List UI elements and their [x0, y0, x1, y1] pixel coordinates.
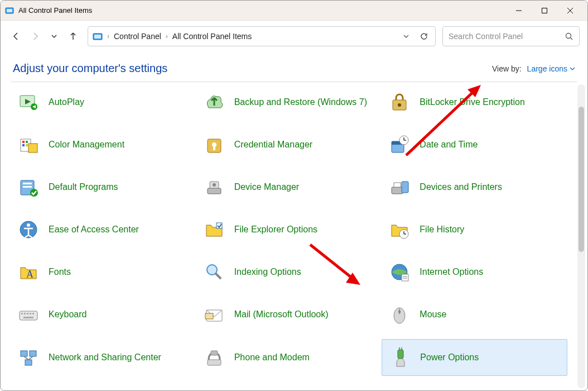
item-label: Ease of Access Center: [49, 225, 139, 235]
control-panel-item[interactable]: Color Management: [11, 127, 196, 163]
control-panel-item[interactable]: Power Options: [382, 339, 567, 376]
forward-button[interactable]: [27, 28, 43, 44]
control-panel-item[interactable]: File History: [382, 212, 567, 247]
control-panel-item[interactable]: Credential Manager: [196, 127, 382, 163]
svg-rect-64: [398, 310, 401, 313]
internet-icon: [387, 260, 412, 284]
item-label: Phone and Modem: [234, 352, 310, 363]
credential-icon: [202, 132, 226, 157]
svg-rect-24: [213, 146, 215, 150]
search-input[interactable]: [449, 32, 565, 41]
control-panel-item[interactable]: Devices and Printers: [382, 169, 567, 205]
address-bar[interactable]: › Control Panel › All Control Panel Item…: [88, 26, 436, 46]
svg-point-8: [566, 34, 571, 39]
control-panel-item[interactable]: Ease of Access Center: [11, 212, 196, 247]
svg-rect-67: [25, 360, 32, 365]
address-dropdown-button[interactable]: [399, 30, 413, 43]
control-panel-item[interactable]: Default Programs: [11, 169, 196, 205]
control-panel-item[interactable]: Programs and Features: [11, 383, 196, 390]
svg-rect-20: [26, 144, 28, 146]
svg-rect-57: [30, 313, 31, 314]
svg-rect-19: [22, 144, 25, 146]
control-panel-item[interactable]: Mail (Microsoft Outlook): [196, 297, 382, 332]
indexing-icon: [202, 260, 226, 284]
item-label: Fonts: [49, 267, 71, 277]
svg-rect-3: [542, 8, 547, 13]
svg-line-48: [215, 273, 221, 279]
control-panel-item[interactable]: Network and Sharing Center: [11, 339, 196, 376]
control-panel-item[interactable]: Internet Options: [382, 254, 567, 290]
item-label: Internet Options: [420, 267, 483, 277]
control-panel-item[interactable]: BitLocker Drive Encryption: [382, 84, 567, 120]
breadcrumb-current[interactable]: All Control Panel Items: [172, 32, 252, 41]
items-grid: AutoPlayBackup and Restore (Windows 7)Bi…: [1, 82, 577, 390]
control-panel-item[interactable]: AutoPlay: [11, 84, 196, 120]
file-history-icon: [387, 217, 412, 242]
address-icon: [93, 32, 103, 40]
search-icon[interactable]: [565, 32, 573, 41]
file-explorer-icon: [202, 217, 226, 242]
svg-rect-56: [27, 313, 28, 314]
mouse-icon: [387, 302, 412, 327]
control-panel-item[interactable]: Keyboard: [11, 297, 196, 332]
svg-text:A: A: [26, 269, 33, 280]
svg-rect-38: [394, 183, 401, 187]
scrollbar[interactable]: [577, 84, 585, 388]
search-box[interactable]: [442, 26, 580, 46]
default-programs-icon: [16, 175, 41, 199]
control-panel-item[interactable]: Phone and Modem: [196, 339, 382, 376]
item-label: Indexing Options: [234, 267, 301, 277]
svg-rect-59: [23, 317, 33, 318]
control-panel-item[interactable]: Device Manager: [196, 169, 382, 205]
svg-rect-53: [20, 311, 37, 320]
control-panel-item[interactable]: Region: [382, 383, 567, 390]
power-icon: [388, 345, 412, 370]
item-label: File History: [420, 225, 464, 235]
svg-point-15: [398, 103, 401, 107]
svg-rect-21: [28, 144, 37, 152]
control-panel-item[interactable]: Indexing Options: [196, 254, 382, 290]
maximize-button[interactable]: [532, 2, 557, 20]
control-panel-item[interactable]: Date and Time: [382, 127, 567, 163]
item-label: Power Options: [420, 352, 479, 363]
up-button[interactable]: [65, 28, 81, 44]
item-label: Credential Manager: [234, 140, 313, 150]
item-label: AutoPlay: [49, 97, 84, 107]
viewby-value: Large icons: [527, 64, 567, 73]
svg-rect-65: [21, 351, 27, 356]
breadcrumb-root[interactable]: Control Panel: [114, 32, 161, 41]
svg-rect-74: [401, 347, 402, 350]
svg-point-41: [27, 223, 30, 227]
close-button[interactable]: [557, 2, 583, 20]
svg-rect-18: [26, 141, 28, 143]
recent-locations-button[interactable]: [46, 28, 62, 44]
svg-rect-55: [24, 313, 26, 314]
programs-icon: [16, 388, 41, 390]
back-button[interactable]: [8, 28, 24, 44]
control-panel-item[interactable]: File Explorer Options: [196, 212, 382, 247]
svg-rect-66: [30, 351, 36, 356]
svg-rect-1: [7, 9, 12, 12]
control-panel-item[interactable]: Recovery: [196, 383, 382, 390]
refresh-button[interactable]: [417, 30, 431, 43]
autoplay-icon: [16, 90, 41, 115]
minimize-button[interactable]: [506, 2, 532, 20]
svg-rect-50: [402, 274, 408, 281]
control-panel-item[interactable]: AFonts: [11, 254, 196, 290]
viewby-dropdown[interactable]: Large icons: [527, 64, 575, 73]
mail-icon: [202, 302, 226, 327]
scrollbar-thumb[interactable]: [579, 107, 584, 252]
keyboard-icon: [16, 302, 41, 327]
device-manager-icon: [202, 175, 226, 199]
item-label: Keyboard: [49, 309, 87, 320]
chevron-right-icon: ›: [166, 32, 168, 40]
item-label: Mail (Microsoft Outlook): [234, 309, 329, 320]
item-label: BitLocker Drive Encryption: [420, 97, 525, 107]
item-label: File Explorer Options: [234, 225, 317, 235]
svg-rect-34: [208, 188, 221, 194]
control-panel-item[interactable]: Backup and Restore (Windows 7): [196, 84, 382, 120]
datetime-icon: [387, 132, 412, 157]
chevron-down-icon: [570, 66, 575, 71]
toolbar: › Control Panel › All Control Panel Item…: [1, 21, 587, 52]
control-panel-item[interactable]: Mouse: [382, 297, 567, 332]
